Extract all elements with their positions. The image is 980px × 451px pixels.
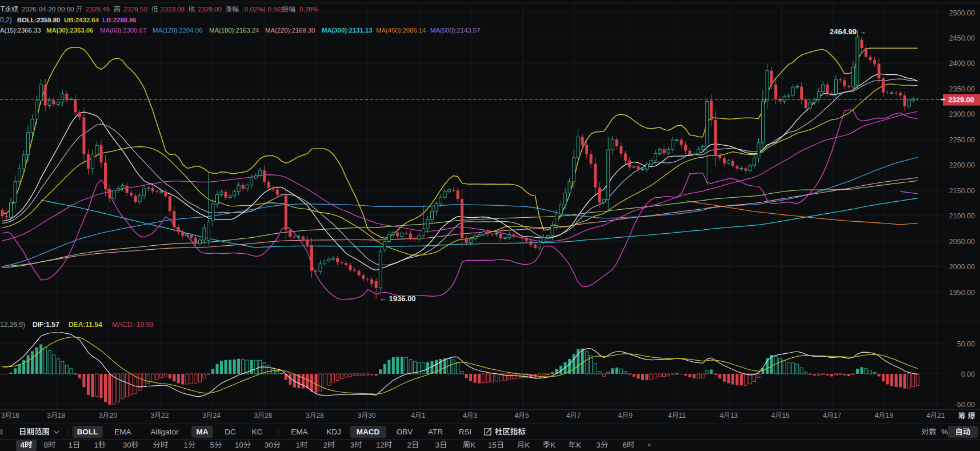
svg-text:MA(30):2353.06: MA(30):2353.06 xyxy=(46,27,93,34)
svg-text:3: 3 xyxy=(150,412,154,420)
svg-text:-0.02%(-0.50): -0.02%(-0.50) xyxy=(242,5,283,13)
svg-text:12,26,9): 12,26,9) xyxy=(0,321,25,329)
svg-text:4: 4 xyxy=(668,412,672,420)
svg-text:9: 9 xyxy=(629,412,633,420)
svg-text:15: 15 xyxy=(488,441,497,449)
svg-text:RSI: RSI xyxy=(459,428,472,436)
svg-text:DIF:1.57: DIF:1.57 xyxy=(33,321,59,329)
svg-text:2450.00: 2450.00 xyxy=(949,34,975,42)
svg-text:7: 7 xyxy=(577,412,581,420)
svg-text:13: 13 xyxy=(730,412,738,420)
svg-text:0,2): 0,2) xyxy=(0,16,12,24)
svg-text:10: 10 xyxy=(235,441,243,449)
svg-text:3: 3 xyxy=(99,412,103,420)
svg-text:3: 3 xyxy=(435,441,440,449)
svg-text:1: 1 xyxy=(69,441,73,449)
svg-text:50.00: 50.00 xyxy=(957,340,975,348)
svg-text:K: K xyxy=(525,441,530,449)
svg-text:6: 6 xyxy=(623,441,627,449)
svg-text:2200.00: 2200.00 xyxy=(949,161,975,169)
svg-text:MA: MA xyxy=(197,428,209,436)
svg-text:1: 1 xyxy=(184,441,189,449)
svg-text:4: 4 xyxy=(875,412,879,420)
svg-text:OBV: OBV xyxy=(397,428,413,436)
svg-text:MA(120):2204.06: MA(120):2204.06 xyxy=(153,27,202,34)
svg-text:2400.00: 2400.00 xyxy=(949,59,975,67)
svg-text:2100.00: 2100.00 xyxy=(949,212,975,220)
svg-text:5: 5 xyxy=(210,441,215,449)
svg-text:MACD:-19.93: MACD:-19.93 xyxy=(112,321,154,329)
svg-text:BOLL:2359.80: BOLL:2359.80 xyxy=(17,17,60,23)
svg-text:26: 26 xyxy=(265,412,273,420)
svg-text:DEA:11.54: DEA:11.54 xyxy=(69,321,102,329)
svg-text:×: × xyxy=(647,441,651,449)
svg-text:A(15):2366.33: A(15):2366.33 xyxy=(0,27,41,34)
svg-text:12: 12 xyxy=(376,441,385,449)
svg-text:K: K xyxy=(470,441,475,449)
svg-text:3: 3 xyxy=(254,412,258,420)
svg-text:3: 3 xyxy=(597,441,601,449)
svg-text:3: 3 xyxy=(47,412,51,420)
svg-text:3: 3 xyxy=(306,412,310,420)
svg-text:Alligator: Alligator xyxy=(151,428,179,436)
svg-text:3: 3 xyxy=(474,412,478,420)
svg-text:MA(220):2169.30: MA(220):2169.30 xyxy=(265,27,315,34)
svg-text:2329.00: 2329.00 xyxy=(948,96,974,104)
svg-text:2026-04-20 00:00: 2026-04-20 00:00 xyxy=(22,5,74,13)
svg-text:2500.00: 2500.00 xyxy=(949,9,975,17)
svg-text:0.28%: 0.28% xyxy=(299,5,318,13)
svg-text:2250.00: 2250.00 xyxy=(949,136,975,144)
svg-text:-50.00: -50.00 xyxy=(955,401,975,409)
svg-text:30: 30 xyxy=(265,441,273,449)
svg-text:K: K xyxy=(550,441,555,449)
svg-text:T: T xyxy=(1,5,5,13)
svg-text:DC: DC xyxy=(225,428,236,436)
svg-text:1950.00: 1950.00 xyxy=(949,289,975,297)
svg-text:5: 5 xyxy=(525,412,529,420)
svg-text:MACD: MACD xyxy=(357,428,380,436)
svg-text:EMA: EMA xyxy=(114,428,131,436)
svg-text:22: 22 xyxy=(161,412,169,420)
svg-text:MA(300):2131.13: MA(300):2131.13 xyxy=(322,27,373,34)
svg-text:4: 4 xyxy=(823,412,827,420)
svg-text:30: 30 xyxy=(123,441,131,449)
svg-text:4: 4 xyxy=(411,412,415,420)
svg-text:2329.50: 2329.50 xyxy=(123,5,147,13)
svg-text:4: 4 xyxy=(618,412,622,420)
svg-text:16: 16 xyxy=(12,412,20,420)
svg-text:4: 4 xyxy=(566,412,570,420)
svg-text:3: 3 xyxy=(1,412,5,420)
svg-text:ATR: ATR xyxy=(428,428,443,436)
svg-text:MA(180):2163.24: MA(180):2163.24 xyxy=(209,27,259,34)
svg-text:2000.00: 2000.00 xyxy=(949,263,975,271)
svg-text:0.00: 0.00 xyxy=(961,370,975,378)
svg-text:2: 2 xyxy=(323,441,328,449)
svg-text:4: 4 xyxy=(926,412,930,420)
svg-text:3: 3 xyxy=(350,441,355,449)
svg-text:2150.00: 2150.00 xyxy=(949,187,975,195)
svg-text:KC: KC xyxy=(252,428,263,436)
svg-text:20: 20 xyxy=(110,412,118,420)
svg-text:MA(60):2300.67: MA(60):2300.67 xyxy=(100,27,146,34)
svg-text:MA(450):2086.14: MA(450):2086.14 xyxy=(376,27,426,34)
svg-text:3: 3 xyxy=(202,412,206,420)
svg-text:1: 1 xyxy=(296,441,301,449)
svg-text:EMA: EMA xyxy=(291,428,307,436)
svg-text:4: 4 xyxy=(514,412,518,420)
svg-text:4: 4 xyxy=(771,412,775,420)
svg-text:← 1936.00: ← 1936.00 xyxy=(379,294,416,303)
svg-text:18: 18 xyxy=(58,412,66,420)
svg-text:1: 1 xyxy=(422,412,426,420)
svg-text:BOLL: BOLL xyxy=(77,428,98,436)
svg-text:KDJ: KDJ xyxy=(326,428,341,436)
svg-text:%: % xyxy=(941,428,948,436)
svg-text:LB:2286.96: LB:2286.96 xyxy=(102,17,137,23)
svg-text:2329.00: 2329.00 xyxy=(198,5,222,13)
svg-text:3: 3 xyxy=(358,412,362,420)
svg-text:MA(500):2143.57: MA(500):2143.57 xyxy=(430,27,480,34)
svg-text:2323.08: 2323.08 xyxy=(161,5,185,13)
svg-text:2464.99 →: 2464.99 → xyxy=(830,27,866,36)
svg-text:30: 30 xyxy=(368,412,376,420)
svg-text:2050.00: 2050.00 xyxy=(949,238,975,246)
svg-text:19: 19 xyxy=(886,412,894,420)
